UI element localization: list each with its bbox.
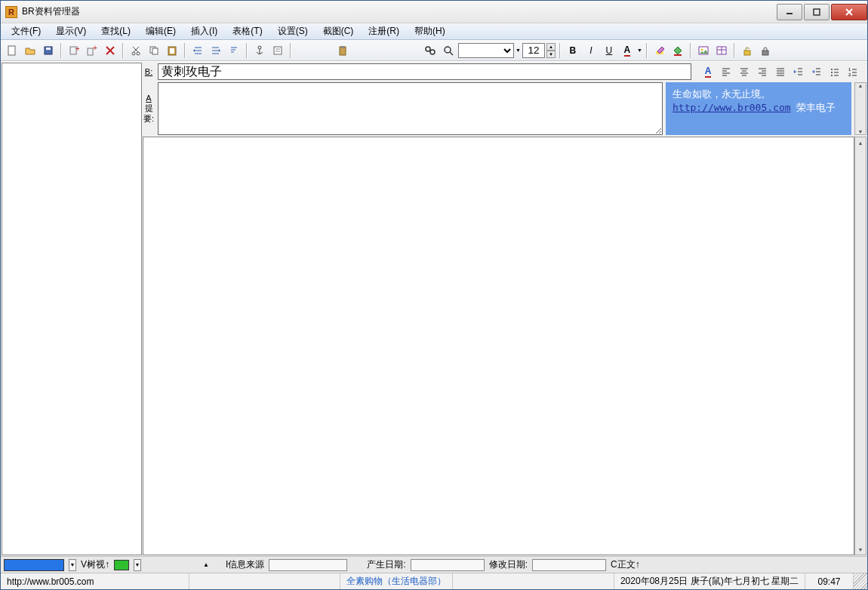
svg-rect-6	[46, 48, 51, 50]
insert-image-icon[interactable]	[695, 42, 712, 59]
menu-capture[interactable]: 截图(C)	[315, 23, 362, 39]
tree-color-swatch[interactable]	[4, 559, 64, 571]
status-shop-link[interactable]: 全素购物（生活电器部）	[340, 573, 453, 589]
fill-color-icon[interactable]	[669, 42, 686, 59]
font-color-button[interactable]: A	[619, 42, 636, 59]
options-bar: ▼ V树视↑ ▼ ▲ I信息来源 产生日期: 修改日期: C正文↑	[1, 556, 867, 573]
close-button[interactable]	[831, 4, 867, 20]
outdent-tree-icon[interactable]	[189, 42, 206, 59]
bullet-list-icon[interactable]	[827, 64, 842, 79]
tree-view-label[interactable]: V树视↑	[81, 558, 109, 571]
tree-panel[interactable]	[2, 63, 142, 555]
maximize-button[interactable]	[804, 4, 830, 20]
save-icon[interactable]	[40, 42, 57, 59]
svg-point-13	[132, 52, 135, 55]
editor-scrollbar[interactable]: ▲▼	[854, 137, 866, 555]
svg-line-16	[133, 47, 138, 52]
svg-point-39	[445, 47, 451, 53]
svg-line-12	[106, 47, 114, 54]
status-date: 2020年08月25日 庚子(鼠)年七月初七 星期二	[614, 573, 805, 589]
up-arrow-icon[interactable]: ▲	[203, 561, 209, 568]
svg-point-72	[831, 69, 833, 70]
svg-rect-48	[744, 51, 750, 55]
menu-table[interactable]: 表格(T)	[225, 23, 269, 39]
menu-insert[interactable]: 插入(I)	[183, 23, 225, 39]
properties-icon[interactable]	[269, 42, 286, 59]
svg-rect-45	[717, 47, 726, 54]
lock-open-icon[interactable]	[739, 42, 756, 59]
svg-rect-49	[762, 51, 768, 55]
bold-button[interactable]: B	[565, 42, 581, 59]
title-label: B:	[143, 67, 155, 76]
modify-date-label: 修改日期:	[489, 558, 528, 571]
outdent-icon[interactable]	[791, 64, 806, 79]
menu-view[interactable]: 显示(V)	[48, 23, 94, 39]
svg-text:+: +	[75, 45, 79, 53]
clipboard-icon[interactable]	[334, 42, 351, 59]
minimize-button[interactable]	[777, 4, 802, 20]
summary-input[interactable]	[158, 82, 663, 135]
source-field[interactable]	[269, 559, 347, 571]
title-input[interactable]	[158, 63, 691, 80]
align-right-icon[interactable]	[755, 64, 770, 79]
insert-table-icon[interactable]	[713, 42, 730, 59]
lock-closed-icon[interactable]	[757, 42, 774, 59]
menu-register[interactable]: 注册(R)	[361, 23, 407, 39]
cut-icon[interactable]	[128, 42, 144, 59]
svg-line-2	[846, 9, 852, 15]
svg-rect-42	[674, 54, 682, 56]
tree-color-dropdown[interactable]: ▼	[69, 559, 76, 571]
indent-icon[interactable]	[809, 64, 824, 79]
status-url: http://www.br005.com	[1, 573, 189, 589]
menu-file[interactable]: 文件(F)	[4, 23, 48, 39]
number-list-icon[interactable]: 12	[845, 64, 860, 79]
editor-area[interactable]	[143, 137, 854, 555]
info-url-link[interactable]: http://www.br005.com	[673, 102, 791, 113]
font-size-input[interactable]	[522, 43, 545, 58]
body-label[interactable]: C正文↑	[611, 558, 640, 571]
title-bar: R BR资料管理器	[1, 1, 867, 23]
highlight-icon[interactable]	[651, 42, 668, 59]
resize-grip[interactable]	[854, 573, 867, 589]
svg-point-14	[137, 52, 140, 55]
copy-icon[interactable]	[146, 42, 162, 59]
add-child-icon[interactable]: +	[84, 42, 100, 59]
svg-rect-36	[341, 46, 344, 48]
indent-tree-icon[interactable]	[208, 42, 224, 59]
color-dropdown-2[interactable]: ▼	[134, 559, 141, 571]
info-tail: 荣丰电子	[796, 102, 836, 113]
svg-line-40	[450, 52, 453, 55]
info-scrollbar[interactable]: ▲▼	[854, 82, 866, 135]
create-date-field[interactable]	[411, 559, 485, 571]
align-left-icon[interactable]	[719, 64, 734, 79]
sort-icon[interactable]	[226, 42, 242, 59]
svg-text:1: 1	[848, 67, 851, 72]
menu-help[interactable]: 帮助(H)	[407, 23, 453, 39]
align-justify-icon[interactable]	[773, 64, 788, 79]
find-icon[interactable]	[422, 42, 439, 59]
align-center-icon[interactable]	[737, 64, 752, 79]
toolbar: + + ▼ ▲▼ B I U A ▼	[1, 40, 867, 61]
paste-icon[interactable]	[164, 42, 180, 59]
svg-point-74	[831, 75, 833, 76]
open-icon[interactable]	[22, 42, 38, 59]
text-color-icon[interactable]: A	[700, 64, 716, 79]
menu-find[interactable]: 查找(L)	[94, 23, 138, 39]
color-swatch-2[interactable]	[114, 560, 129, 570]
svg-rect-17	[150, 47, 155, 53]
add-sibling-icon[interactable]: +	[66, 42, 82, 59]
delete-icon[interactable]	[102, 42, 119, 59]
underline-button[interactable]: U	[601, 42, 617, 59]
svg-rect-19	[168, 47, 176, 55]
anchor-icon[interactable]	[251, 42, 268, 59]
italic-button[interactable]: I	[583, 42, 599, 59]
font-family-select[interactable]	[458, 43, 514, 58]
font-size-spinner[interactable]: ▲▼	[546, 43, 556, 58]
svg-rect-5	[45, 47, 52, 54]
svg-rect-1	[814, 9, 820, 15]
zoom-icon[interactable]	[440, 42, 457, 59]
menu-edit[interactable]: 编辑(E)	[138, 23, 183, 39]
new-icon[interactable]	[4, 42, 20, 59]
modify-date-field[interactable]	[532, 559, 606, 571]
menu-settings[interactable]: 设置(S)	[270, 23, 315, 39]
